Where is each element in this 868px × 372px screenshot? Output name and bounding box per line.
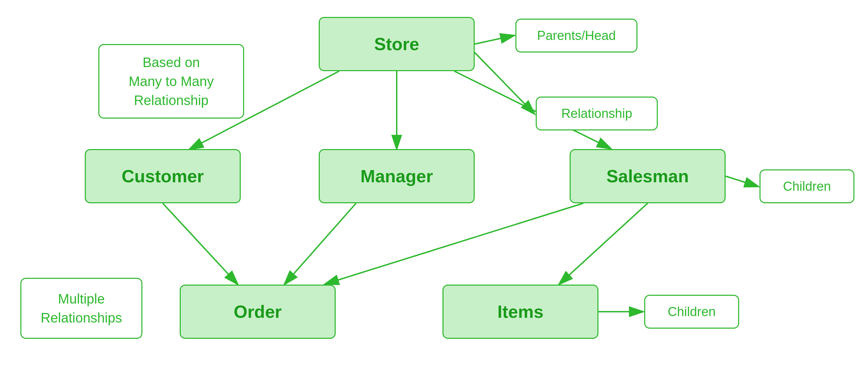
svg-line-2 <box>475 53 534 113</box>
children-salesman-node: Children <box>760 169 854 203</box>
store-node: Store <box>319 17 475 71</box>
order-node: Order <box>180 285 336 339</box>
based-on-node: Based onMany to ManyRelationship <box>98 44 244 119</box>
svg-line-9 <box>559 203 648 284</box>
children-items-node: Children <box>644 295 739 329</box>
diagram-container: Store Customer Manager Salesman Order It… <box>0 0 868 372</box>
svg-line-7 <box>285 203 356 284</box>
svg-line-8 <box>326 203 583 284</box>
multiple-relationships-node: MultipleRelationships <box>20 278 142 339</box>
relationship-node: Relationship <box>536 97 658 130</box>
manager-node: Manager <box>319 149 475 203</box>
items-node: Items <box>442 285 598 339</box>
svg-line-6 <box>163 203 237 284</box>
svg-line-1 <box>475 36 514 44</box>
parents-head-node: Parents/Head <box>515 19 637 53</box>
svg-line-10 <box>726 176 758 186</box>
customer-node: Customer <box>85 149 241 203</box>
salesman-node: Salesman <box>570 149 726 203</box>
